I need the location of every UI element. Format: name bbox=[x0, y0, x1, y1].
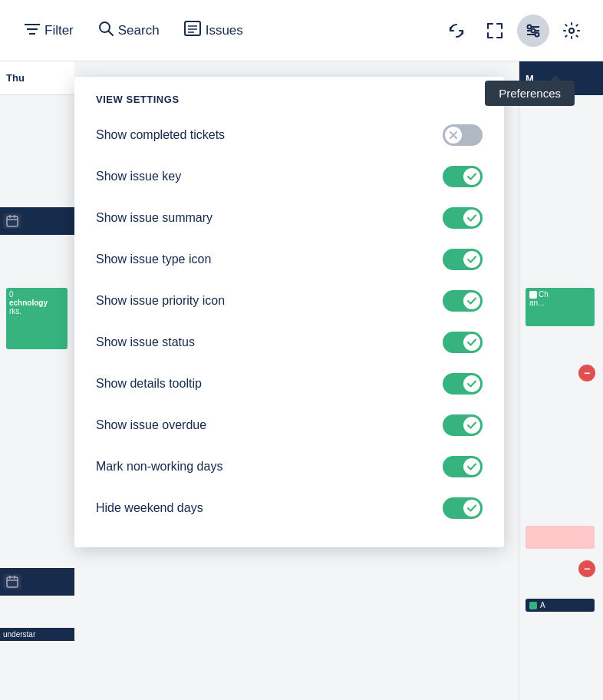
panel-row-label-0: Show completed tickets bbox=[96, 128, 225, 142]
right-minus-button-2: − bbox=[578, 560, 595, 577]
right-green-ticket: Ch an... bbox=[526, 288, 595, 326]
panel-row-label-3: Show issue type icon bbox=[96, 253, 211, 266]
panel-row-label-6: Show details tooltip bbox=[96, 377, 202, 391]
right-dark-ticket: A bbox=[526, 599, 595, 612]
toggle-0[interactable] bbox=[443, 124, 483, 146]
filter-label: Filter bbox=[44, 23, 74, 38]
toggle-thumb-6 bbox=[463, 375, 480, 392]
toggle-3[interactable] bbox=[443, 249, 483, 270]
preferences-tooltip: Preferences bbox=[485, 81, 575, 106]
expand-button[interactable] bbox=[479, 15, 511, 47]
toggle-7[interactable] bbox=[443, 414, 483, 436]
issues-icon bbox=[184, 21, 201, 40]
left-green-ticket: 0 echnology rks. bbox=[6, 288, 68, 349]
calendar-icon-box bbox=[3, 213, 21, 229]
toggle-thumb-0 bbox=[445, 127, 462, 144]
svg-line-4 bbox=[108, 31, 113, 36]
toggle-thumb-1 bbox=[463, 168, 480, 185]
toggle-thumb-8 bbox=[463, 458, 480, 475]
svg-point-15 bbox=[535, 32, 539, 36]
panel-row-label-9: Hide weekend days bbox=[96, 501, 203, 515]
toggle-thumb-4 bbox=[463, 292, 480, 309]
panel-row-7: Show issue overdue bbox=[74, 404, 504, 446]
panel-row-3: Show issue type icon bbox=[74, 239, 504, 280]
panel-row-6: Show details tooltip bbox=[74, 363, 504, 404]
svg-point-9 bbox=[532, 28, 535, 32]
panel-row-8: Mark non-working days bbox=[74, 446, 504, 487]
left-col-header-text: Thu bbox=[6, 72, 25, 84]
search-button[interactable]: Search bbox=[89, 15, 169, 46]
panel-row-label-5: Show issue status bbox=[96, 335, 195, 349]
toggle-6[interactable] bbox=[443, 373, 483, 395]
preferences-tooltip-text: Preferences bbox=[499, 87, 561, 100]
left-dark-band bbox=[0, 568, 74, 596]
panel-row-4: Show issue priority icon bbox=[74, 280, 504, 322]
panel-row-0: Show completed tickets bbox=[74, 114, 504, 156]
panel-row-label-2: Show issue summary bbox=[96, 211, 213, 225]
panel-rows: Show completed ticketsShow issue keyShow… bbox=[74, 114, 504, 529]
right-calendar-partial: M Ch an... − − A bbox=[519, 61, 603, 700]
toggle-9[interactable] bbox=[443, 497, 483, 519]
panel-row-label-8: Mark non-working days bbox=[96, 460, 222, 474]
toggle-8[interactable] bbox=[443, 456, 483, 477]
toggle-2[interactable] bbox=[443, 207, 483, 229]
refresh-button[interactable] bbox=[440, 15, 473, 47]
svg-rect-19 bbox=[7, 216, 18, 226]
svg-point-12 bbox=[528, 25, 532, 28]
search-label: Search bbox=[118, 23, 160, 38]
settings-button[interactable] bbox=[555, 15, 588, 47]
svg-rect-23 bbox=[7, 577, 18, 587]
toggle-thumb-3 bbox=[463, 251, 480, 268]
panel-row-1: Show issue key bbox=[74, 156, 504, 197]
toggle-thumb-2 bbox=[463, 210, 480, 226]
left-calendar-partial: Thu 0 echnology rks. understa bbox=[0, 61, 74, 700]
filter-icon bbox=[25, 21, 40, 39]
calendar-icon-box-2 bbox=[3, 574, 21, 589]
issues-button[interactable]: Issues bbox=[175, 15, 252, 46]
toggle-thumb-9 bbox=[463, 500, 480, 517]
toggle-4[interactable] bbox=[443, 290, 483, 312]
filter-button[interactable]: Filter bbox=[15, 15, 83, 45]
search-icon bbox=[98, 21, 114, 40]
panel-section-title: VIEW SETTINGS bbox=[74, 77, 504, 114]
panel-row-5: Show issue status bbox=[74, 322, 504, 363]
preferences-panel: VIEW SETTINGS Show completed ticketsShow… bbox=[74, 77, 504, 547]
panel-row-label-7: Show issue overdue bbox=[96, 418, 206, 432]
toggle-5[interactable] bbox=[443, 332, 483, 353]
right-minus-button: − bbox=[578, 365, 595, 381]
left-text-partial: understar bbox=[0, 628, 74, 641]
panel-row-label-4: Show issue priority icon bbox=[96, 294, 225, 308]
preferences-button[interactable] bbox=[517, 15, 549, 47]
toolbar: Filter Search Issues bbox=[0, 0, 603, 61]
left-col-header: Thu bbox=[0, 61, 74, 95]
panel-row-label-1: Show issue key bbox=[96, 170, 181, 183]
toggle-1[interactable] bbox=[443, 166, 483, 187]
toggle-thumb-5 bbox=[463, 334, 480, 351]
issues-label: Issues bbox=[206, 23, 243, 38]
panel-row-9: Hide weekend days bbox=[74, 487, 504, 529]
panel-row-2: Show issue summary bbox=[74, 197, 504, 239]
toggle-thumb-7 bbox=[463, 417, 480, 434]
svg-point-18 bbox=[569, 28, 574, 33]
right-pink-ticket bbox=[526, 526, 595, 549]
left-band-1 bbox=[0, 207, 74, 235]
svg-rect-5 bbox=[185, 21, 200, 35]
